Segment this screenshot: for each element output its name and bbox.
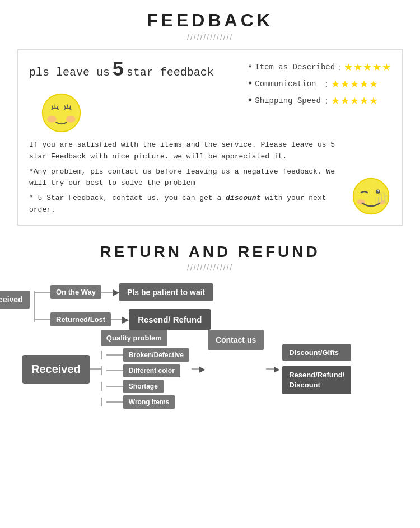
rating-row-3: * Shipping Speed : ★ ★ ★ ★ ★ [249,95,391,107]
patient-wait-box: Pls be patient to wait [119,283,213,301]
quality-problem-label: Quality problem [101,330,167,346]
feedback-box: pls leave us5star feedback [17,49,403,226]
refund-title: RETURN AND REFUND [17,243,403,261]
headline-suffix: star feedback [127,66,214,79]
rating-label-1: Item as Described [255,63,335,72]
refund-section: RETURN AND REFUND ////////////// On the … [0,232,420,426]
h-line-1 [34,292,50,293]
rating-label-2: Communication [255,80,322,88]
star: ★ [363,61,372,73]
headline-number: 5 [112,59,124,82]
headline-prefix: pls leave us [29,66,110,79]
svg-rect-15 [382,193,385,201]
star: ★ [382,61,391,73]
feedback-para-2: *Any problem, pls contact us before leav… [29,166,346,190]
feedback-body: If you are satisfied with the items and … [29,139,391,216]
feedback-top: pls leave us5star feedback [29,59,391,134]
stars-3: ★ ★ ★ ★ ★ [331,95,378,107]
star: ★ [360,78,368,90]
returned-lost-box: Returned/Lost [50,312,111,326]
quality-item-1: Broken/Defective [123,348,189,362]
on-the-way-box: On the Way [50,285,101,299]
svg-rect-16 [385,195,388,203]
h-line-2 [34,319,50,320]
branch-returned: Returned/Lost ▶ Resend/ Refund [34,309,213,330]
quality-item-4: Wrong items [123,395,175,409]
svg-rect-14 [379,195,382,202]
star: ★ [344,61,353,73]
branch-on-the-way: On the Way ▶ Pls be patient to wait [34,283,213,301]
svg-point-13 [377,190,379,192]
star: ★ [340,95,349,107]
asterisk-2: * [249,80,251,88]
resend-refund-box: Resend/ Refund [129,309,211,330]
rating-label-3: Shipping Speed [255,96,322,105]
rating-row-2: * Communication : ★ ★ ★ ★ ★ [249,78,391,90]
star: ★ [331,95,340,107]
not-received-label: Not Received [0,291,30,309]
quality-container: Quality problem Broken/Defective Differe… [101,330,189,409]
v-connector [34,291,35,322]
svg-point-1 [47,116,57,122]
refund-divider: ////////////// [17,263,403,272]
star: ★ [350,95,359,107]
star: ★ [360,95,368,107]
svg-point-0 [43,94,81,132]
quality-item-3: Shortage [123,380,164,393]
asterisk-3: * [249,96,251,105]
feedback-italic: discount [226,194,260,202]
outcome-discount: Discount/Gifts [282,344,351,361]
feedback-ratings: * Item as Described : ★ ★ ★ ★ ★ * Commun… [249,61,391,107]
stars-2: ★ ★ ★ ★ ★ [331,78,378,90]
arrow-2: ▶ [122,314,129,325]
star: ★ [372,61,381,73]
star: ★ [340,78,349,90]
star: ★ [369,78,378,90]
arrow-contact: ▶ [199,365,206,373]
svg-point-2 [66,116,76,122]
nr-container: On the Way ▶ Pls be patient to wait Retu… [34,283,213,330]
asterisk-1: * [249,63,251,72]
emoji-wink [352,177,391,216]
feedback-para-3: * 5 Star Feedback, contact us, you can g… [29,193,346,216]
received-flow: Received Quality problem Broken/Defectiv… [22,330,403,409]
star: ★ [353,61,362,73]
contact-us-box: Contact us [208,330,264,350]
feedback-text: If you are satisfied with the items and … [29,139,346,216]
feedback-title: FEEDBACK [17,10,403,31]
arrow-1: ▶ [113,287,119,297]
quality-item-2: Different color [123,364,180,377]
rating-row-1: * Item as Described : ★ ★ ★ ★ ★ [249,61,391,73]
feedback-headline: pls leave us5star feedback [29,59,214,82]
star: ★ [369,95,378,107]
feedback-divider: ////////////// [17,33,403,42]
outcomes: Discount/Gifts Resend/Refund/Discount [282,344,351,394]
star: ★ [350,78,359,90]
stars-1: ★ ★ ★ ★ ★ [344,61,391,73]
feedback-left: pls leave us5star feedback [29,59,214,134]
received-row: Received Quality problem Broken/Defectiv… [22,330,403,409]
received-label: Received [22,355,90,384]
star: ★ [331,78,340,90]
feedback-text-3: * 5 Star Feedback, contact us, you can g… [29,194,226,202]
outcome-resend: Resend/Refund/Discount [282,366,351,394]
svg-rect-17 [376,197,379,203]
feedback-section: FEEDBACK ////////////// pls leave us5sta… [0,0,420,232]
emoji-sleeping [40,92,82,134]
arrow-outcomes: ▶ [274,365,280,373]
feedback-para-1: If you are satisfied with the items and … [29,139,346,163]
quality-items: Broken/Defective Different color Shortag… [101,348,189,409]
